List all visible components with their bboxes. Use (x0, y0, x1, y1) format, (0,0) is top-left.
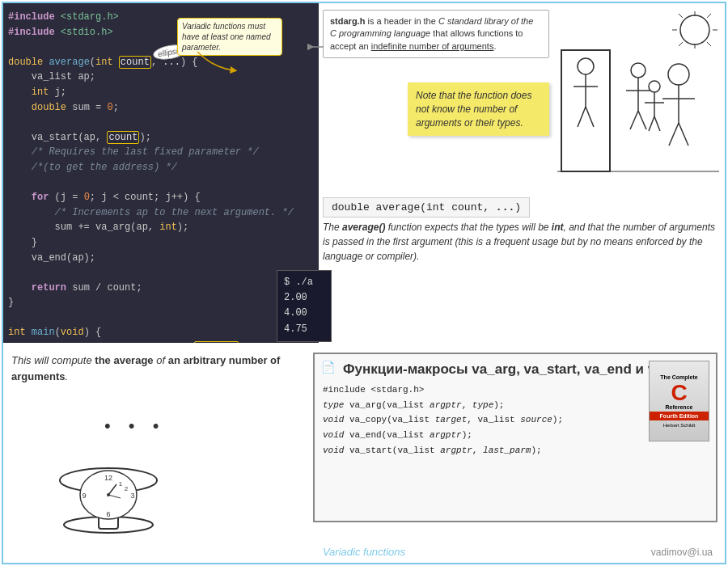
terminal-prompt: $ ./a (284, 275, 324, 290)
russian-code-line-5: void va_start(va_list argptr, last_parm)… (323, 443, 708, 458)
svg-line-7 (707, 14, 711, 18)
terminal-box: $ ./a 2.00 4.00 4.75 (277, 270, 332, 342)
scale-illustration: 12 3 6 9 1 2 (28, 375, 189, 553)
code-line-16: } (8, 235, 314, 251)
svg-text:2: 2 (125, 485, 129, 492)
code-line-15: sum += va_arg(ap, int); (8, 220, 314, 235)
code-line-22: int main(void) { (8, 325, 314, 340)
footer-center: Variadic functions (323, 546, 405, 558)
svg-line-15 (578, 107, 586, 127)
svg-line-26 (679, 123, 688, 146)
code-line-13: for (j = 0; j < count; j++) { (8, 190, 314, 205)
book-author: Herbert Schildt (663, 423, 696, 428)
book-edition-bg: Fourth Edition (650, 412, 709, 420)
book-sub-text: Reference (666, 404, 693, 410)
svg-line-6 (707, 42, 711, 46)
description-text: The average() function expects that the … (323, 220, 719, 264)
svg-text:12: 12 (104, 474, 112, 482)
russian-box-icon: 📄 (321, 361, 335, 374)
people-illustration (557, 10, 719, 196)
code-line-8 (8, 115, 314, 130)
svg-line-5 (679, 14, 683, 18)
stdarg-text: stdarg.h is a header in the C standard l… (330, 16, 533, 51)
code-line-9: va_start(ap, count); (8, 130, 314, 146)
russian-box: 📄 Функции-макросы va_arg, va_start, va_e… (313, 353, 717, 522)
code-line-17: va_end(ap); (8, 251, 314, 266)
code-line-21 (8, 310, 314, 326)
book-cover: The Complete C Reference Fourth Edition … (649, 361, 709, 441)
stdarg-info-box: stdarg.h is a header in the C standard l… (323, 10, 549, 58)
code-line-20: } (8, 295, 314, 310)
book-main-text: C (671, 382, 687, 404)
code-line-14: /* Increments ap to the next argument. *… (8, 205, 314, 221)
svg-text:3: 3 (130, 492, 134, 500)
svg-point-0 (680, 15, 709, 44)
main-container: #include <stdarg.h> #include <stdio.h> d… (2, 2, 726, 564)
svg-line-30 (649, 116, 654, 131)
svg-line-31 (654, 116, 660, 131)
svg-text:9: 9 (82, 492, 86, 500)
code-line-23: printf("%.2f\n", average(3, 1, 2, 3)); (8, 340, 314, 343)
svg-point-27 (649, 81, 660, 92)
scale-svg: 12 3 6 9 1 2 (28, 375, 189, 537)
stdarg-arrow (309, 39, 325, 55)
svg-line-25 (669, 123, 679, 146)
code-line-18 (8, 265, 314, 281)
sticky-note: Note that the function does not know the… (408, 82, 549, 136)
terminal-line-1: 2.00 (284, 290, 324, 306)
code-line-19: return sum / count; (8, 281, 314, 296)
book-edition: Fourth Edition (650, 413, 709, 419)
code-line-11: /*(to get the address) */ (8, 160, 314, 175)
svg-point-45 (107, 493, 110, 496)
svg-point-12 (578, 58, 594, 74)
func-sig-text: double average(int count, ...) (332, 201, 521, 213)
terminal-line-3: 4.75 (284, 322, 324, 337)
code-line-10: /* Requires the last fixed parameter */ (8, 145, 314, 160)
svg-point-17 (631, 63, 645, 78)
code-line-5: va_list ap; (8, 70, 314, 85)
svg-rect-9 (561, 50, 610, 171)
arrow-svg (189, 48, 238, 72)
footer-right: vadimov@i.ua (651, 547, 713, 558)
code-line-7: double sum = 0; (8, 100, 314, 116)
svg-line-8 (679, 42, 683, 46)
svg-text:6: 6 (106, 510, 110, 518)
svg-point-22 (668, 64, 689, 85)
illustration-area (557, 10, 719, 196)
svg-line-20 (630, 111, 638, 129)
terminal-line-2: 4.00 (284, 306, 324, 321)
code-line-12 (8, 175, 314, 191)
code-line-6: int j; (8, 85, 314, 100)
svg-line-16 (586, 107, 594, 127)
func-sig-box: double average(int count, ...) (323, 197, 530, 218)
svg-line-21 (638, 111, 646, 129)
svg-text:1: 1 (119, 480, 123, 488)
